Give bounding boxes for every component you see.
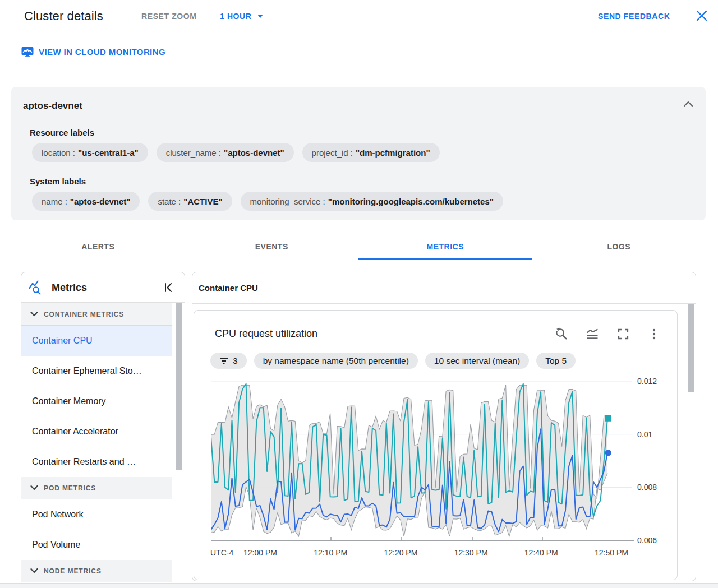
metrics-item-label: NODE METRICS bbox=[44, 567, 102, 575]
x-axis-tick-label: 12:30 PM bbox=[438, 548, 505, 557]
reset-zoom-button[interactable]: RESET ZOOM bbox=[141, 12, 197, 21]
metrics-item-label: CONTAINER METRICS bbox=[44, 311, 124, 318]
tab[interactable]: LOGS bbox=[532, 234, 706, 260]
metrics-section-header[interactable]: POD METRICS bbox=[21, 477, 172, 499]
send-feedback-button[interactable]: SEND FEEDBACK bbox=[598, 12, 670, 21]
monitoring-link-row: VIEW IN CLOUD MONITORING bbox=[0, 34, 718, 71]
chart-chip[interactable]: by namespace name (50th percentile) bbox=[254, 353, 418, 369]
view-in-cloud-monitoring-link[interactable]: VIEW IN CLOUD MONITORING bbox=[21, 47, 165, 57]
metrics-panel-title: Metrics bbox=[52, 282, 87, 294]
metrics-list-item[interactable]: Container Memory bbox=[21, 386, 172, 416]
dialog-bottom-edge bbox=[0, 583, 718, 588]
active-tab-indicator bbox=[358, 258, 532, 260]
resource-label-chip: location :"us-central1-a" bbox=[32, 143, 148, 162]
chart-panel-title: Container CPU bbox=[199, 283, 258, 293]
resource-label-chip: cluster_name :"aptos-devnet" bbox=[157, 143, 294, 162]
tab[interactable]: EVENTS bbox=[185, 234, 359, 260]
tab[interactable]: METRICS bbox=[358, 234, 532, 260]
metrics-list-item[interactable]: Container CPU bbox=[21, 326, 172, 356]
tab-label: LOGS bbox=[607, 242, 630, 251]
time-range-label: 1 HOUR bbox=[220, 12, 252, 21]
cloud-monitoring-icon bbox=[21, 47, 34, 57]
label-key: cluster_name : bbox=[166, 148, 221, 158]
metrics-section-header[interactable]: NODE METRICS bbox=[21, 560, 172, 582]
metrics-list-item[interactable]: Container Accelerator bbox=[21, 416, 172, 447]
chart-chip[interactable]: Top 5 bbox=[536, 353, 576, 369]
metrics-sidebar-header: Metrics bbox=[21, 272, 185, 303]
x-axis-tick-label: 12:50 PM bbox=[578, 548, 645, 557]
system-label-chip: state :"ACTIVE" bbox=[148, 192, 232, 211]
time-range-dropdown[interactable]: 1 HOUR bbox=[220, 12, 263, 21]
x-axis-tick-label: 12:40 PM bbox=[508, 548, 575, 557]
metrics-section-header[interactable]: CONTAINER METRICS bbox=[21, 303, 172, 326]
label-key: state : bbox=[158, 197, 181, 206]
tab-label: EVENTS bbox=[255, 242, 288, 251]
x-axis-tick-label: 12:20 PM bbox=[367, 548, 434, 557]
metrics-sidebar: Metrics CONTAINER METRICS Container CPU bbox=[21, 272, 185, 583]
dialog-header: Cluster details RESET ZOOM 1 HOUR SEND F… bbox=[0, 0, 718, 34]
metrics-item-label: Pod Volume bbox=[32, 540, 80, 550]
label-value: "aptos-devnet" bbox=[224, 148, 284, 158]
sidebar-scrollbar-thumb[interactable] bbox=[176, 303, 182, 470]
y-axis-tick-label: 0.008 bbox=[637, 483, 657, 492]
tab-label: ALERTS bbox=[81, 242, 114, 251]
label-key: project_id : bbox=[312, 148, 353, 158]
tab[interactable]: ALERTS bbox=[11, 234, 185, 260]
chevron-down-icon bbox=[30, 312, 38, 317]
metrics-list-item[interactable]: Pod Network bbox=[21, 499, 172, 530]
chart-chip-label: 10 sec interval (mean) bbox=[434, 356, 520, 366]
chart-chip-label: by namespace name (50th percentile) bbox=[263, 356, 409, 366]
label-value: "us-central1-a" bbox=[78, 148, 139, 158]
metrics-list-item[interactable]: Pod Volume bbox=[21, 530, 172, 560]
chart-chip-label: 3 bbox=[233, 356, 238, 366]
cpu-utilization-chart[interactable] bbox=[211, 371, 635, 546]
x-axis-tick-label: 12:10 PM bbox=[297, 548, 364, 557]
label-key: monitoring_service : bbox=[250, 197, 325, 206]
collapse-panel-icon[interactable] bbox=[162, 281, 175, 294]
caret-down-icon bbox=[257, 15, 263, 18]
chart-chip[interactable]: 3 bbox=[210, 353, 247, 369]
close-icon[interactable] bbox=[696, 10, 708, 22]
cluster-summary-card: aptos-devnet Resource labels location :"… bbox=[11, 87, 706, 220]
collapse-card-icon[interactable] bbox=[682, 98, 695, 111]
metrics-item-label: Container CPU bbox=[32, 336, 93, 346]
chart-panel: Container CPU CPU request utilization bbox=[192, 272, 696, 581]
zoom-reset-icon[interactable] bbox=[555, 327, 568, 341]
chart-panel-scrollbar-thumb[interactable] bbox=[688, 304, 694, 392]
resource-labels-row: location :"us-central1-a" cluster_name :… bbox=[32, 143, 440, 162]
view-in-cloud-monitoring-label: VIEW IN CLOUD MONITORING bbox=[39, 47, 165, 57]
metrics-list-item[interactable]: Container Ephemeral Sto… bbox=[21, 356, 172, 386]
y-axis-tick-label: 0.006 bbox=[637, 536, 657, 545]
system-labels-row: name :"aptos-devnet" state :"ACTIVE" mon… bbox=[32, 192, 503, 211]
chart-card: CPU request utilization bbox=[194, 310, 678, 580]
more-vert-icon[interactable] bbox=[647, 327, 661, 341]
system-label-chip: name :"aptos-devnet" bbox=[32, 192, 140, 211]
chart-title: CPU request utilization bbox=[215, 328, 317, 340]
label-value: "monitoring.googleapis.com/kubernetes" bbox=[328, 197, 494, 206]
metrics-list: CONTAINER METRICS Container CPU Containe… bbox=[21, 303, 172, 582]
area-chart-icon[interactable] bbox=[586, 327, 599, 341]
chevron-down-icon bbox=[30, 568, 38, 573]
y-axis-tick-label: 0.012 bbox=[637, 377, 657, 386]
tab-bar: ALERTS EVENTS METRICS LOGS bbox=[11, 234, 706, 260]
resource-labels-title: Resource labels bbox=[30, 128, 94, 137]
metrics-explorer-icon bbox=[28, 280, 45, 295]
metrics-item-label: Pod Network bbox=[32, 510, 84, 520]
resource-label-chip: project_id :"dm-pcfmigration" bbox=[302, 143, 440, 162]
chart-chip-label: Top 5 bbox=[545, 356, 567, 366]
metrics-item-label: Container Restarts and … bbox=[32, 457, 136, 467]
page-title: Cluster details bbox=[24, 9, 103, 24]
metrics-item-label: Container Ephemeral Sto… bbox=[32, 366, 142, 376]
filter-list-icon bbox=[219, 358, 228, 364]
label-key: location : bbox=[42, 148, 75, 158]
metrics-item-label: POD METRICS bbox=[44, 484, 96, 492]
fullscreen-icon[interactable] bbox=[616, 327, 630, 341]
system-labels-title: System labels bbox=[30, 177, 86, 186]
chart-chip[interactable]: 10 sec interval (mean) bbox=[425, 353, 529, 369]
cluster-name: aptos-devnet bbox=[23, 100, 82, 112]
chevron-down-icon bbox=[30, 485, 38, 490]
metrics-item-label: Container Accelerator bbox=[32, 427, 118, 437]
y-axis-tick-label: 0.01 bbox=[637, 430, 652, 439]
label-value: "dm-pcfmigration" bbox=[356, 148, 430, 158]
metrics-list-item[interactable]: Container Restarts and … bbox=[21, 447, 172, 477]
